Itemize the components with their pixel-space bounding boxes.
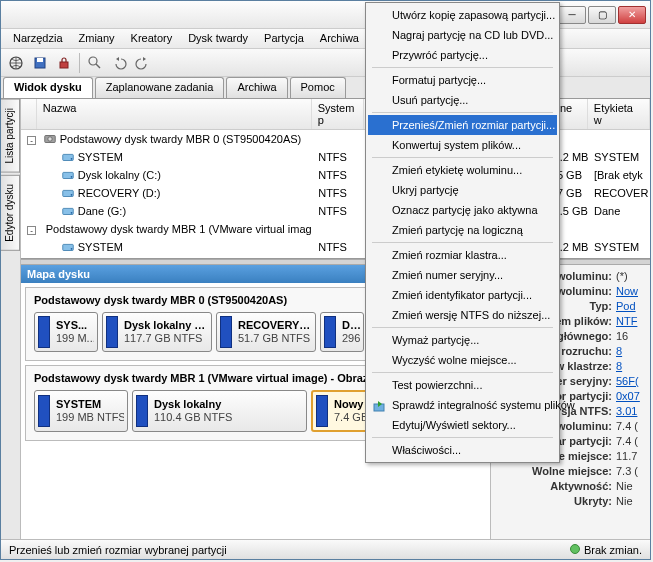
menu-separator [372, 67, 553, 68]
property-value[interactable]: NTF [616, 314, 646, 329]
svg-point-13 [70, 194, 72, 196]
svg-point-7 [48, 137, 52, 141]
property-value: Nie [616, 494, 646, 509]
save-icon[interactable] [29, 52, 51, 74]
context-menu-item[interactable]: Przywróć partycję... [368, 45, 557, 65]
sidetab-edytor-dysku[interactable]: Edytor dysku [1, 175, 20, 251]
partition-box[interactable]: SYS...199 M... [34, 312, 98, 352]
property-label: Aktywność: [550, 479, 612, 494]
partition-box[interactable]: Dysk lokalny (C:)117.7 GB NTFS [102, 312, 212, 352]
status-dot-icon [570, 544, 580, 554]
tab-widok-dysku[interactable]: Widok dysku [3, 77, 93, 98]
property-value[interactable]: 8 [616, 359, 646, 374]
tab-zaplanowane-zadania[interactable]: Zaplanowane zadania [95, 77, 225, 98]
svg-point-11 [70, 176, 72, 178]
property-label: Wolne miejsce: [532, 464, 612, 479]
partition-box[interactable]: Dysk lokalny110.4 GB NTFS [132, 390, 307, 432]
property-value: 7.4 ( [616, 419, 646, 434]
menu-separator [372, 112, 553, 113]
context-menu-item[interactable]: Oznacz partycję jako aktywna [368, 200, 557, 220]
context-menu-item[interactable]: Zmień wersję NTFS do niższej... [368, 305, 557, 325]
svg-point-19 [70, 248, 72, 250]
status-changes: Brak zmian. [570, 544, 642, 556]
property-value: 16 [616, 329, 646, 344]
partition-bar-icon [136, 395, 148, 427]
menu-zmiany[interactable]: Zmiany [71, 29, 123, 48]
menu-kreatory[interactable]: Kreatory [123, 29, 181, 48]
partition-box[interactable]: Dan296 G [320, 312, 364, 352]
context-menu-item[interactable]: Wymaż partycję... [368, 330, 557, 350]
context-menu-item[interactable]: Właściwości... [368, 440, 557, 460]
status-text: Przenieś lub zmień rozmiar wybranej part… [9, 544, 227, 556]
context-menu-item[interactable]: Formatuj partycję... [368, 70, 557, 90]
property-value: 11.7 [616, 449, 646, 464]
property-value[interactable]: 8 [616, 344, 646, 359]
tab-pomoc[interactable]: Pomoc [290, 77, 346, 98]
property-label: em plików: [555, 314, 612, 329]
context-menu-item[interactable]: Zmień partycję na logiczną [368, 220, 557, 240]
property-row: Ukryty:Nie [495, 494, 646, 509]
menu-archiwa[interactable]: Archiwa [312, 29, 367, 48]
partition-box[interactable]: RECOVERY (D:)51.7 GB NTFS [216, 312, 316, 352]
minimize-button[interactable]: ─ [558, 6, 586, 24]
svg-point-9 [70, 158, 72, 160]
partition-bar-icon [324, 316, 336, 348]
property-value: Nie [616, 479, 646, 494]
undo-icon[interactable] [108, 52, 130, 74]
context-menu-item[interactable]: Zmień numer seryjny... [368, 265, 557, 285]
sidetab-lista-partycji[interactable]: Lista partycji [1, 99, 20, 173]
context-menu-item[interactable]: Sprawdź integralność systemu plików [368, 395, 557, 415]
menu-separator [372, 327, 553, 328]
maximize-button[interactable]: ▢ [588, 6, 616, 24]
context-menu-item[interactable]: Przenieś/Zmień rozmiar partycji... [368, 115, 557, 135]
column-header[interactable]: Nazwa [37, 99, 312, 129]
property-value[interactable]: 56F( [616, 374, 646, 389]
svg-rect-2 [37, 58, 43, 62]
close-button[interactable]: ✕ [618, 6, 646, 24]
property-label: woluminu: [557, 269, 612, 284]
property-label: woluminu: [557, 284, 612, 299]
property-value[interactable]: Now [616, 284, 646, 299]
menu-separator [372, 242, 553, 243]
menu-narzędzia[interactable]: Narzędzia [5, 29, 71, 48]
column-header[interactable]: System p [312, 99, 365, 129]
property-row: Wolne miejsce:7.3 ( [495, 464, 646, 479]
property-value: (*) [616, 269, 646, 284]
property-value[interactable]: 0x07 [616, 389, 646, 404]
svg-rect-3 [60, 62, 68, 68]
check-disk-icon [372, 398, 388, 414]
context-menu-item[interactable]: Nagraj partycję na CD lub DVD... [368, 25, 557, 45]
context-menu-item[interactable]: Zmień rozmiar klastra... [368, 245, 557, 265]
context-menu-item[interactable]: Test powierzchni... [368, 375, 557, 395]
context-menu-item[interactable]: Utwórz kopię zapasową partycji... [368, 5, 557, 25]
tab-archiwa[interactable]: Archiwa [226, 77, 287, 98]
lock-icon[interactable] [53, 52, 75, 74]
expander-icon[interactable]: - [27, 226, 36, 235]
property-value[interactable]: Pod [616, 299, 646, 314]
partition-bar-icon [38, 395, 50, 427]
partition-bar-icon [316, 395, 328, 427]
column-header[interactable] [21, 99, 37, 129]
context-menu-item[interactable]: Wyczyść wolne miejsce... [368, 350, 557, 370]
context-menu-item[interactable]: Edytuj/Wyświetl sektory... [368, 415, 557, 435]
partition-bar-icon [220, 316, 232, 348]
menu-separator [372, 437, 553, 438]
property-label: Typ: [590, 299, 612, 314]
context-menu-item[interactable]: Konwertuj system plików... [368, 135, 557, 155]
column-header[interactable]: Etykieta w [588, 99, 650, 129]
menu-dysk twardy[interactable]: Dysk twardy [180, 29, 256, 48]
search-icon[interactable] [84, 52, 106, 74]
menu-partycja[interactable]: Partycja [256, 29, 312, 48]
svg-point-4 [89, 57, 97, 65]
partition-bar-icon [106, 316, 118, 348]
globe-icon[interactable] [5, 52, 27, 74]
context-menu-item[interactable]: Zmień identyfikator partycji... [368, 285, 557, 305]
property-label: głównego: [557, 329, 612, 344]
property-value[interactable]: 3.01 [616, 404, 646, 419]
partition-box[interactable]: SYSTEM199 MB NTFS [34, 390, 128, 432]
redo-icon[interactable] [132, 52, 154, 74]
context-menu-item[interactable]: Ukryj partycję [368, 180, 557, 200]
context-menu-item[interactable]: Zmień etykietę woluminu... [368, 160, 557, 180]
context-menu-item[interactable]: Usuń partycję... [368, 90, 557, 110]
expander-icon[interactable]: - [27, 136, 36, 145]
